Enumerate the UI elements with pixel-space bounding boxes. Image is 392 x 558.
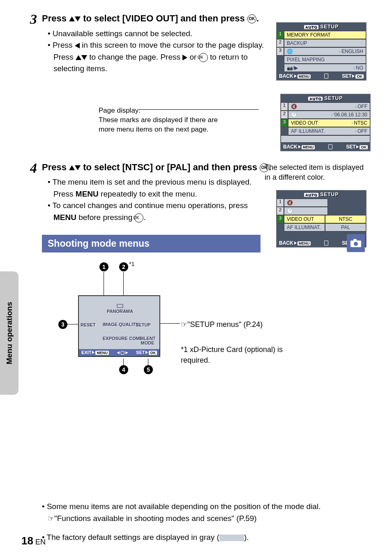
setup-menu-screenshot-2: AUTOSETUP 1🔇›OFF 2🕐›'06.08.16 12:30 3VID… bbox=[280, 94, 371, 151]
callout-2: 2 bbox=[119, 262, 128, 271]
down-icon bbox=[75, 165, 81, 170]
step-number: 3 bbox=[21, 12, 37, 26]
page-number: 18 EN bbox=[21, 535, 46, 547]
bottom-note-1: Some menu items are not available depend… bbox=[42, 501, 367, 524]
selected-item-caption: The selected item is displayed in a diff… bbox=[265, 162, 367, 183]
callout-5: 5 bbox=[144, 365, 153, 374]
callout-3: 3 bbox=[58, 320, 67, 329]
left-icon bbox=[75, 43, 80, 49]
svg-point-2 bbox=[354, 242, 358, 246]
step3-title: Press to select [VIDEO OUT] and then pre… bbox=[42, 12, 273, 25]
ok-button-icon: OK bbox=[199, 53, 208, 62]
svg-rect-1 bbox=[353, 239, 357, 241]
callout-1: 1 bbox=[99, 262, 108, 271]
down-icon bbox=[81, 55, 87, 60]
step4-bullet1: The menu item is set and the previous me… bbox=[48, 176, 273, 200]
up-icon bbox=[69, 16, 75, 21]
footnote-marker: *1 bbox=[129, 261, 134, 267]
gray-swatch bbox=[219, 535, 244, 541]
side-tab: Menu operations bbox=[0, 271, 18, 395]
section-heading: Shooting mode menus bbox=[42, 235, 261, 252]
up-icon bbox=[76, 55, 81, 60]
step3-bullet2: Press in this screen to move the cursor … bbox=[48, 39, 273, 75]
step3-bullet1: Unavailable settings cannot be selected. bbox=[48, 28, 273, 40]
setup-menu-screenshot-1: AUTOSETUP 1MEMORY FORMAT 2BACKUP 3🌐›ENGL… bbox=[276, 22, 367, 81]
shooting-mode-diagram: 1 2 *1 3 4 5 PANORAMA RESET IMAGE QUALIT… bbox=[21, 258, 367, 377]
setup-menus-ref: ☞"SETUP menus" (P.24) bbox=[181, 320, 263, 329]
step4-title: Press to select [NTSC] or [PAL] and then… bbox=[42, 161, 273, 174]
bottom-note-2: The factory default settings are display… bbox=[42, 532, 367, 544]
down-icon bbox=[75, 16, 81, 21]
ok-button-icon: OK bbox=[134, 213, 143, 222]
ok-button-icon: OK bbox=[247, 14, 256, 23]
shooting-menu-screenshot: PANORAMA RESET IMAGE QUALITY SETUP EXPOS… bbox=[78, 295, 160, 357]
xd-card-note: *1 xD-Picture Card (optional) is require… bbox=[181, 345, 300, 365]
svg-rect-3 bbox=[117, 304, 123, 308]
step-number: 4 bbox=[21, 161, 37, 175]
leader-line bbox=[140, 109, 259, 110]
step4-bullet2: To cancel changes and continue menu oper… bbox=[48, 200, 273, 223]
camera-icon bbox=[347, 234, 365, 252]
page-display-note: Page display: These marks are displayed … bbox=[99, 106, 230, 134]
up-icon bbox=[69, 165, 75, 170]
callout-4: 4 bbox=[119, 365, 128, 374]
right-icon bbox=[182, 55, 187, 60]
